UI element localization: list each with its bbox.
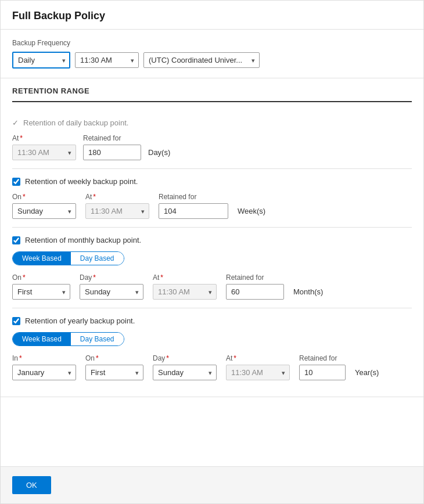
monthly-day-select-wrapper: SundayMondayTuesdayWednesdayThursdayFrid… xyxy=(80,284,143,300)
monthly-at-select[interactable]: 11:30 AM xyxy=(153,284,217,300)
footer-bar: OK xyxy=(1,466,423,503)
frequency-row: Daily Weekly Monthly 11:30 AM 12:00 PM (… xyxy=(12,52,412,69)
yearly-day-select-wrapper: SundayMondayTuesdayWednesdayThursdayFrid… xyxy=(153,365,217,380)
yearly-at-select-wrapper: 11:30 AM xyxy=(226,365,290,380)
daily-retention-block: ✓ Retention of daily backup point. At* 1… xyxy=(12,110,412,169)
time-select[interactable]: 11:30 AM 12:00 PM xyxy=(75,52,139,68)
yearly-on-label: On* xyxy=(85,354,143,362)
page-container: Full Backup Policy Backup Frequency Dail… xyxy=(0,0,424,504)
monthly-on-select[interactable]: FirstSecondThirdFourthLast xyxy=(12,284,70,300)
monthly-checkbox[interactable] xyxy=(12,236,20,244)
monthly-retained-label: Retained for xyxy=(226,273,284,282)
yearly-retained-group: Retained for xyxy=(299,354,346,380)
yearly-day-label: Day* xyxy=(153,354,217,362)
monthly-day-label: Day* xyxy=(80,273,143,282)
weekly-retained-label: Retained for xyxy=(159,193,228,201)
yearly-checkbox-row: Retention of yearly backup point. xyxy=(12,316,412,325)
weekly-retained-input[interactable] xyxy=(159,203,228,219)
daily-at-select-wrapper: 11:30 AM xyxy=(12,145,76,160)
weekly-on-label: On* xyxy=(12,193,76,201)
yearly-in-select[interactable]: JanuaryFebruaryMarchAprilMayJuneJulyAugu… xyxy=(12,365,76,380)
retention-header: RETENTION RANGE xyxy=(12,87,412,102)
monthly-at-label: At* xyxy=(153,273,217,282)
yearly-checkbox-label: Retention of yearly backup point. xyxy=(25,316,135,325)
page-title: Full Backup Policy xyxy=(1,1,423,30)
daily-unit-label: Day(s) xyxy=(148,148,170,160)
ok-button[interactable]: OK xyxy=(12,476,51,494)
daily-retained-group: Retained for 180 xyxy=(83,134,141,160)
daily-retained-label: Retained for xyxy=(83,134,141,142)
weekly-retention-block: Retention of weekly backup point. On* Su… xyxy=(12,169,412,228)
yearly-tab-group: Week Based Day Based xyxy=(12,332,124,346)
weekly-on-select-wrapper: SundayMondayTuesdayWednesdayThursdayFrid… xyxy=(12,203,76,219)
frequency-select[interactable]: Daily Weekly Monthly xyxy=(12,52,70,69)
yearly-at-group: At* 11:30 AM xyxy=(226,354,290,380)
yearly-retained-label: Retained for xyxy=(299,354,346,362)
daily-checkmark-icon: ✓ xyxy=(12,118,19,127)
daily-checkbox-row: ✓ Retention of daily backup point. xyxy=(12,118,412,127)
retention-section: RETENTION RANGE ✓ Retention of daily bac… xyxy=(1,78,423,397)
weekly-at-select-wrapper: 11:30 AM xyxy=(85,203,149,219)
yearly-on-group: On* FirstSecondThirdFourthLast xyxy=(85,354,143,380)
time-select-wrapper: 11:30 AM 12:00 PM xyxy=(75,52,139,68)
monthly-retention-block: Retention of monthly backup point. Week … xyxy=(12,228,412,308)
yearly-fields-row: In* JanuaryFebruaryMarchAprilMayJuneJuly… xyxy=(12,354,412,380)
timezone-select[interactable]: (UTC) Coordinated Univer... xyxy=(143,52,260,68)
monthly-on-label: On* xyxy=(12,273,70,282)
monthly-day-group: Day* SundayMondayTuesdayWednesdayThursda… xyxy=(80,273,143,300)
monthly-checkbox-row: Retention of monthly backup point. xyxy=(12,236,412,244)
weekly-unit-label: Week(s) xyxy=(238,207,265,219)
monthly-day-based-tab[interactable]: Day Based xyxy=(71,252,124,265)
weekly-checkbox-row: Retention of weekly backup point. xyxy=(12,177,412,186)
daily-retained-input[interactable]: 180 xyxy=(83,145,141,160)
daily-at-group: At* 11:30 AM xyxy=(12,134,76,160)
yearly-day-group: Day* SundayMondayTuesdayWednesdayThursda… xyxy=(153,354,217,380)
monthly-on-select-wrapper: FirstSecondThirdFourthLast xyxy=(12,284,70,300)
monthly-checkbox-label: Retention of monthly backup point. xyxy=(25,236,141,244)
monthly-week-based-tab[interactable]: Week Based xyxy=(13,252,71,265)
weekly-retained-group: Retained for xyxy=(159,193,228,219)
yearly-day-select[interactable]: SundayMondayTuesdayWednesdayThursdayFrid… xyxy=(153,365,217,380)
yearly-retained-input[interactable] xyxy=(299,365,346,380)
yearly-week-based-tab[interactable]: Week Based xyxy=(13,333,71,345)
daily-checkbox-label: Retention of daily backup point. xyxy=(23,118,128,127)
timezone-select-wrapper: (UTC) Coordinated Univer... xyxy=(143,52,260,68)
daily-at-select[interactable]: 11:30 AM xyxy=(12,145,76,160)
yearly-day-based-tab[interactable]: Day Based xyxy=(71,333,124,345)
yearly-retention-block: Retention of yearly backup point. Week B… xyxy=(12,308,412,388)
weekly-on-group: On* SundayMondayTuesdayWednesdayThursday… xyxy=(12,193,76,219)
monthly-day-select[interactable]: SundayMondayTuesdayWednesdayThursdayFrid… xyxy=(80,284,143,300)
daily-fields-row: At* 11:30 AM Retained for 180 Day(s) xyxy=(12,134,412,160)
monthly-tab-group: Week Based Day Based xyxy=(12,251,124,265)
backup-frequency-section: Backup Frequency Daily Weekly Monthly 11… xyxy=(1,30,423,78)
monthly-unit-label: Month(s) xyxy=(293,287,323,300)
monthly-at-group: At* 11:30 AM xyxy=(153,273,217,300)
monthly-on-group: On* FirstSecondThirdFourthLast xyxy=(12,273,70,300)
weekly-at-select[interactable]: 11:30 AM xyxy=(85,203,149,219)
weekly-on-select[interactable]: SundayMondayTuesdayWednesdayThursdayFrid… xyxy=(12,203,76,219)
monthly-at-select-wrapper: 11:30 AM xyxy=(153,284,217,300)
weekly-checkbox[interactable] xyxy=(12,178,20,186)
weekly-fields-row: On* SundayMondayTuesdayWednesdayThursday… xyxy=(12,193,412,219)
yearly-unit-label: Year(s) xyxy=(355,368,379,380)
yearly-in-select-wrapper: JanuaryFebruaryMarchAprilMayJuneJulyAugu… xyxy=(12,365,76,380)
daily-at-label: At* xyxy=(12,134,76,142)
yearly-in-label: In* xyxy=(12,354,76,362)
monthly-retained-group: Retained for xyxy=(226,273,284,300)
yearly-in-group: In* JanuaryFebruaryMarchAprilMayJuneJuly… xyxy=(12,354,76,380)
yearly-on-select-wrapper: FirstSecondThirdFourthLast xyxy=(85,365,143,380)
monthly-retained-input[interactable] xyxy=(226,284,284,300)
yearly-at-select[interactable]: 11:30 AM xyxy=(226,365,290,380)
frequency-select-wrapper: Daily Weekly Monthly xyxy=(12,52,70,69)
weekly-checkbox-label: Retention of weekly backup point. xyxy=(25,177,138,186)
yearly-checkbox[interactable] xyxy=(12,317,20,325)
monthly-fields-row: On* FirstSecondThirdFourthLast Day* S xyxy=(12,273,412,300)
weekly-at-group: At* 11:30 AM xyxy=(85,193,149,219)
weekly-at-label: At* xyxy=(85,193,149,201)
yearly-at-label: At* xyxy=(226,354,290,362)
backup-frequency-label: Backup Frequency xyxy=(12,39,412,47)
yearly-on-select[interactable]: FirstSecondThirdFourthLast xyxy=(85,365,143,380)
